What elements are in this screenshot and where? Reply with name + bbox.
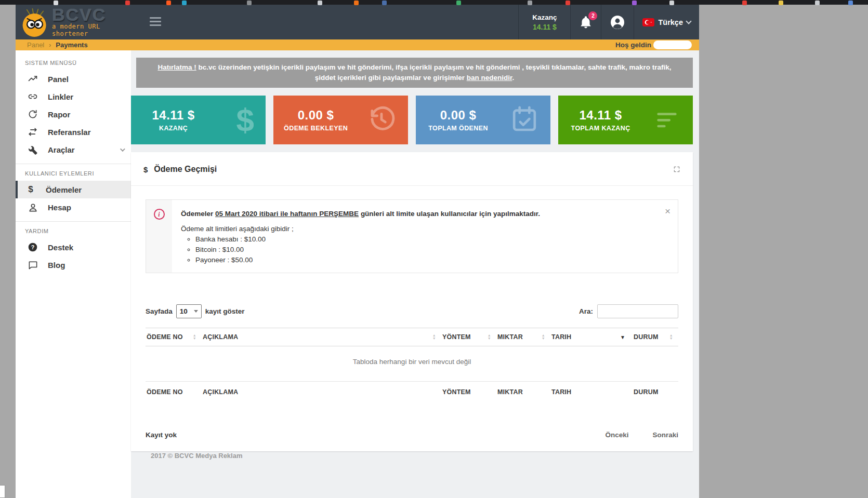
expand-icon[interactable] bbox=[673, 166, 680, 173]
earnings-widget: Kazanç 14.11 $ bbox=[518, 5, 570, 39]
person-icon bbox=[27, 201, 38, 213]
divider bbox=[16, 221, 131, 222]
menu-toggle-icon[interactable] bbox=[150, 17, 163, 28]
breadcrumb-section[interactable]: Panel bbox=[27, 41, 44, 49]
sort-icon: ▲▼ bbox=[193, 334, 200, 340]
sort-icon: ▲▼ bbox=[669, 334, 676, 340]
language-label: Türkçe bbox=[658, 18, 683, 26]
payment-info-alert: i Ödemeler 05 Mart 2020 itibari ile haft… bbox=[146, 199, 678, 273]
search-input[interactable] bbox=[597, 304, 678, 318]
sidebar-item-destek[interactable]: ? Destek bbox=[16, 238, 131, 256]
sidebar-item-referanslar[interactable]: Referanslar bbox=[16, 123, 131, 141]
footer-durum: DURUM bbox=[633, 382, 678, 402]
pagination: Önceki Sonraki bbox=[605, 431, 678, 439]
column-header-yontem[interactable]: YÖNTEM ▲▼ bbox=[441, 328, 496, 346]
close-icon[interactable]: × bbox=[665, 207, 670, 216]
chevron-down-icon bbox=[686, 18, 691, 24]
sidebar-item-blog[interactable]: Blog bbox=[16, 256, 131, 274]
favicon-icon bbox=[528, 1, 532, 5]
info-icon: i bbox=[154, 209, 165, 220]
favicon-icon bbox=[166, 1, 171, 5]
footer-odeme-no: ÖDEME NO bbox=[146, 382, 202, 402]
swap-arrows-icon bbox=[27, 126, 38, 138]
footer-tarih: TARIH bbox=[550, 382, 633, 402]
dollar-icon: $ bbox=[236, 104, 254, 136]
sidebar: SISTEM MENÜSÜ Panel Linkler Rapor bbox=[16, 50, 131, 498]
table-header-row: ÖDEME NO ▲▼ AÇIKLAMA ▲▼ YÖNTEM ▲▼ MIKTAR… bbox=[146, 328, 678, 346]
page-length-select[interactable]: 10 bbox=[176, 304, 202, 318]
limit-item: Bitcoin : $10.00 bbox=[195, 245, 540, 255]
app-header: BCVC a modern URL shortener Kazanç 14.11… bbox=[16, 5, 699, 39]
column-header-odeme-no[interactable]: ÖDEME NO ▲▼ bbox=[146, 328, 202, 346]
previous-page-button[interactable]: Önceki bbox=[605, 431, 628, 439]
favicon-icon bbox=[354, 1, 359, 5]
limit-list: Banka hesabı : $10.00 Bitcoin : $10.00 P… bbox=[195, 234, 540, 265]
column-header-durum[interactable]: DURUM ▲▼ bbox=[633, 328, 678, 346]
column-header-tarih[interactable]: TARIH ▼ bbox=[550, 328, 633, 346]
wrench-icon bbox=[27, 144, 38, 155]
favicon-icon bbox=[125, 1, 130, 5]
banner-text: bc.vc üzerinden yetişkin içerikli paylaş… bbox=[196, 63, 672, 82]
favicon-icon bbox=[456, 1, 461, 5]
copyright-text: 2017 © BCVC Medya Reklam bbox=[151, 452, 243, 460]
notifications-button[interactable]: 2 bbox=[570, 5, 601, 39]
chevron-down-icon bbox=[194, 310, 198, 313]
banner-link[interactable]: ban nedenidir bbox=[467, 74, 512, 82]
limits-intro: Ödeme alt limitleri aşağıdaki gibidir ; bbox=[181, 224, 540, 234]
column-header-miktar[interactable]: MIKTAR ▲▼ bbox=[496, 328, 550, 346]
panel-title: Ödeme Geçmişi bbox=[154, 165, 217, 174]
avatar-icon bbox=[610, 15, 625, 30]
chat-icon bbox=[27, 259, 38, 271]
refresh-icon bbox=[27, 109, 38, 120]
sort-icon: ▲▼ bbox=[542, 334, 548, 340]
dollar-icon: $ bbox=[25, 184, 36, 195]
language-selector[interactable]: Türkçe bbox=[634, 5, 699, 39]
footer-yontem: YÖNTEM bbox=[441, 382, 496, 402]
favicon-icon bbox=[632, 1, 637, 5]
search-label: Ara: bbox=[579, 307, 593, 315]
favicon-icon bbox=[669, 1, 674, 5]
favicon-icon bbox=[815, 1, 820, 5]
sidebar-item-odemeler[interactable]: $ Ödemeler bbox=[16, 181, 131, 198]
earnings-label: Kazanç bbox=[532, 14, 557, 21]
browser-bookmarks-bar bbox=[0, 0, 868, 5]
stat-card-kazanc: 14.11 $ KAZANÇ $ bbox=[131, 96, 266, 144]
main-content: Hatırlatma ! bc.vc üzerinden yetişkin iç… bbox=[131, 50, 699, 498]
browser-status-popup bbox=[0, 485, 5, 498]
favicon-icon bbox=[848, 1, 853, 5]
sidebar-item-hesap[interactable]: Hesap bbox=[16, 198, 131, 216]
profile-button[interactable] bbox=[601, 5, 634, 39]
favicon-icon bbox=[318, 1, 322, 5]
notification-badge: 2 bbox=[588, 11, 597, 20]
stat-card-toplam-odenen: 0.00 $ TOPLAM ÖDENEN bbox=[416, 96, 550, 144]
payment-date-underline: 05 Mart 2020 itibari ile haftanın PERŞEM… bbox=[215, 210, 359, 218]
link-icon bbox=[27, 91, 38, 102]
favicon-icon bbox=[742, 1, 747, 5]
page-length-control: Sayfada 10 kayıt göster bbox=[146, 304, 245, 318]
next-page-button[interactable]: Sonraki bbox=[652, 431, 678, 439]
sort-icon: ▲▼ bbox=[488, 334, 494, 340]
column-header-aciklama[interactable]: AÇIKLAMA ▲▼ bbox=[202, 328, 441, 346]
history-clock-icon bbox=[366, 104, 397, 136]
sidebar-item-linkler[interactable]: Linkler bbox=[16, 88, 131, 105]
favicon-icon bbox=[382, 1, 387, 5]
submenu-chevron-icon bbox=[120, 146, 125, 152]
favicon-icon bbox=[182, 1, 187, 5]
limit-item: Payoneer : $50.00 bbox=[195, 255, 540, 265]
footer-aciklama: AÇIKLAMA bbox=[202, 382, 441, 402]
list-icon bbox=[652, 104, 681, 136]
username-redacted bbox=[653, 41, 692, 49]
footer-miktar: MIKTAR bbox=[496, 382, 550, 402]
sidebar-item-rapor[interactable]: Rapor bbox=[16, 105, 131, 123]
banner-tail: . bbox=[512, 74, 514, 82]
breadcrumb-page: Payments bbox=[56, 41, 87, 49]
warning-banner: Hatırlatma ! bc.vc üzerinden yetişkin iç… bbox=[136, 58, 693, 88]
help-icon: ? bbox=[27, 241, 38, 253]
greeting-text: Hoş geldin bbox=[615, 41, 651, 49]
sidebar-item-araclar[interactable]: Araçlar bbox=[16, 141, 131, 158]
divider bbox=[16, 164, 131, 164]
sidebar-item-panel[interactable]: Panel bbox=[16, 70, 131, 88]
calendar-check-icon bbox=[510, 104, 539, 136]
logo[interactable]: BCVC a modern URL shortener bbox=[16, 5, 135, 39]
payment-history-panel: $ Ödeme Geçmişi i Ödemeler 05 Mart 2020 … bbox=[131, 152, 693, 451]
